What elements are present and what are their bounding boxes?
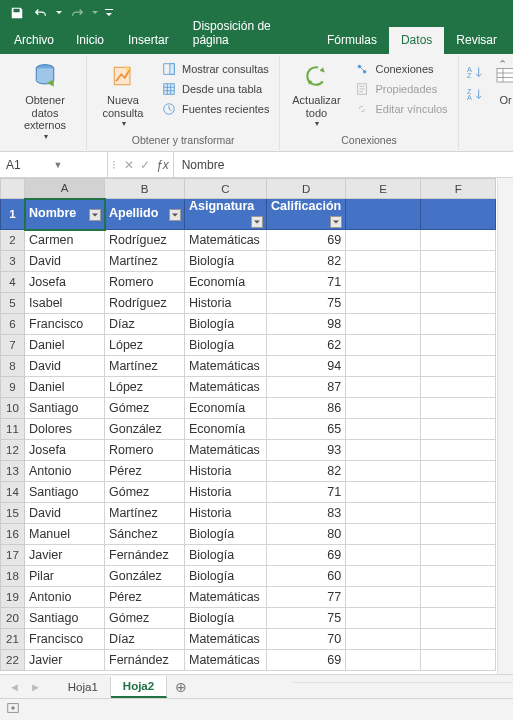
filter-icon[interactable] xyxy=(329,215,343,229)
header-cell[interactable]: Calificación xyxy=(267,199,346,230)
cell[interactable] xyxy=(421,587,496,608)
sheet-nav-next-icon[interactable]: ► xyxy=(25,681,46,693)
cell[interactable]: Rodríguez xyxy=(105,293,185,314)
cell[interactable]: Pilar xyxy=(25,566,105,587)
cell[interactable]: Historia xyxy=(185,293,267,314)
col-header-E[interactable]: E xyxy=(346,179,421,199)
cell[interactable] xyxy=(421,608,496,629)
cell[interactable]: Martínez xyxy=(105,503,185,524)
cell[interactable] xyxy=(346,398,421,419)
collapse-ribbon-icon[interactable]: ⌃ xyxy=(498,58,507,71)
cell[interactable]: Francisco xyxy=(25,314,105,335)
cell[interactable]: Economía xyxy=(185,419,267,440)
cell[interactable]: Daniel xyxy=(25,335,105,356)
cell[interactable] xyxy=(421,377,496,398)
row-header-10[interactable]: 10 xyxy=(1,398,25,419)
cell[interactable] xyxy=(346,293,421,314)
cell[interactable] xyxy=(421,251,496,272)
cell[interactable]: Biología xyxy=(185,545,267,566)
spreadsheet-grid[interactable]: ABCDEF1NombreApellidoAsignaturaCalificac… xyxy=(0,178,513,706)
cell[interactable]: Biología xyxy=(185,251,267,272)
cell[interactable] xyxy=(421,629,496,650)
cell[interactable]: 69 xyxy=(267,230,346,251)
cell[interactable] xyxy=(421,314,496,335)
tab-insertar[interactable]: Insertar xyxy=(116,27,181,54)
cell[interactable] xyxy=(346,230,421,251)
cell[interactable]: González xyxy=(105,419,185,440)
row-header-8[interactable]: 8 xyxy=(1,356,25,377)
row-header-12[interactable]: 12 xyxy=(1,440,25,461)
cell[interactable]: Dolores xyxy=(25,419,105,440)
redo-icon[interactable] xyxy=(66,2,88,24)
cell[interactable]: Biología xyxy=(185,524,267,545)
cell[interactable]: 98 xyxy=(267,314,346,335)
cell[interactable]: Matemáticas xyxy=(185,230,267,251)
cell[interactable]: Economía xyxy=(185,272,267,293)
cell[interactable]: Rodríguez xyxy=(105,230,185,251)
row-header-4[interactable]: 4 xyxy=(1,272,25,293)
cell[interactable] xyxy=(421,398,496,419)
col-header-F[interactable]: F xyxy=(421,179,496,199)
cell[interactable]: Biología xyxy=(185,566,267,587)
cell[interactable]: Fernández xyxy=(105,650,185,671)
row-header-20[interactable]: 20 xyxy=(1,608,25,629)
cell[interactable] xyxy=(346,629,421,650)
cell[interactable]: Biología xyxy=(185,608,267,629)
cell[interactable] xyxy=(346,524,421,545)
cell[interactable] xyxy=(421,356,496,377)
cell[interactable]: 82 xyxy=(267,251,346,272)
cell[interactable]: 94 xyxy=(267,356,346,377)
cell[interactable] xyxy=(421,650,496,671)
tab-formulas[interactable]: Fórmulas xyxy=(315,27,389,54)
cell[interactable]: David xyxy=(25,356,105,377)
row-header-7[interactable]: 7 xyxy=(1,335,25,356)
sheet-tab-hoja1[interactable]: Hoja1 xyxy=(56,677,111,697)
col-header-A[interactable]: A xyxy=(25,179,105,199)
cell[interactable]: Romero xyxy=(105,272,185,293)
cell[interactable] xyxy=(346,650,421,671)
macro-record-icon[interactable] xyxy=(6,701,20,718)
cell[interactable]: López xyxy=(105,377,185,398)
cell[interactable]: Martínez xyxy=(105,356,185,377)
cell[interactable] xyxy=(346,377,421,398)
cell[interactable]: Gómez xyxy=(105,398,185,419)
cell[interactable] xyxy=(346,335,421,356)
cell[interactable] xyxy=(346,419,421,440)
col-header-D[interactable]: D xyxy=(267,179,346,199)
cell[interactable] xyxy=(421,272,496,293)
cell[interactable]: 71 xyxy=(267,482,346,503)
cell[interactable]: Matemáticas xyxy=(185,440,267,461)
row-header-17[interactable]: 17 xyxy=(1,545,25,566)
cell[interactable] xyxy=(346,199,421,230)
cell[interactable]: 75 xyxy=(267,608,346,629)
cell[interactable] xyxy=(421,230,496,251)
cell[interactable] xyxy=(346,566,421,587)
row-header-21[interactable]: 21 xyxy=(1,629,25,650)
undo-icon[interactable] xyxy=(30,2,52,24)
cell[interactable]: Antonio xyxy=(25,461,105,482)
cell[interactable]: 83 xyxy=(267,503,346,524)
row-header-16[interactable]: 16 xyxy=(1,524,25,545)
header-cell[interactable]: Apellido xyxy=(105,199,185,230)
qat-customize-icon[interactable] xyxy=(102,2,116,24)
cell[interactable] xyxy=(421,335,496,356)
cell[interactable]: Economía xyxy=(185,398,267,419)
cell[interactable] xyxy=(346,482,421,503)
cell[interactable] xyxy=(421,440,496,461)
name-box-dropdown-icon[interactable]: ▼ xyxy=(54,160,102,170)
col-header-C[interactable]: C xyxy=(185,179,267,199)
tab-inicio[interactable]: Inicio xyxy=(64,27,116,54)
row-header-13[interactable]: 13 xyxy=(1,461,25,482)
fx-icon[interactable]: ƒx xyxy=(156,158,169,172)
cell[interactable]: Martínez xyxy=(105,251,185,272)
cell[interactable]: Santiago xyxy=(25,398,105,419)
tab-revisar[interactable]: Revisar xyxy=(444,27,509,54)
cell[interactable]: 65 xyxy=(267,419,346,440)
cell[interactable]: Santiago xyxy=(25,608,105,629)
add-sheet-icon[interactable]: ⊕ xyxy=(167,679,195,695)
name-box[interactable]: A1 ▼ xyxy=(0,152,108,177)
row-header-2[interactable]: 2 xyxy=(1,230,25,251)
recent-sources-button[interactable]: Fuentes recientes xyxy=(157,100,273,118)
tab-disposicion[interactable]: Disposición de página xyxy=(181,13,315,54)
formula-input[interactable]: Nombre xyxy=(174,152,513,177)
